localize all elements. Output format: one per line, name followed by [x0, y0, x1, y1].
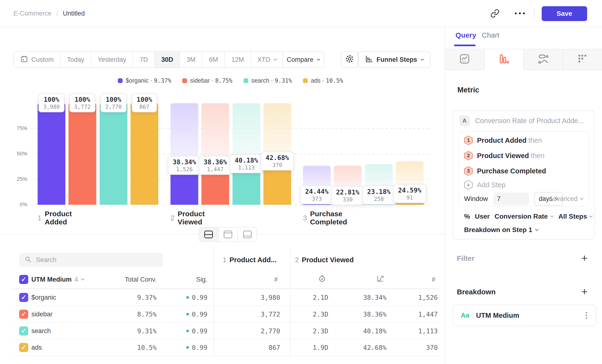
row-checkbox[interactable]: ✓: [19, 343, 28, 352]
select-all-checkbox[interactable]: ✓: [19, 275, 28, 284]
table-row-search[interactable]: ✓search9.31%2,7702.3D40.18%1,1130.99: [13, 322, 439, 339]
tab-flow-chart[interactable]: [524, 49, 563, 70]
row-time-to-convert: 1.9D: [313, 344, 328, 351]
row-total-conv: 9.31%: [137, 327, 157, 335]
count-column-icon[interactable]: #: [274, 276, 278, 283]
count-column-icon[interactable]: #: [432, 276, 435, 283]
sig-header[interactable]: Sig.: [196, 276, 207, 283]
table-row-ads[interactable]: ✓ads10.5%8671.9D42.68%3700.99: [13, 339, 439, 356]
row-step1-count: 867: [269, 344, 280, 351]
group-step-number: 2: [295, 256, 299, 264]
save-button[interactable]: Save: [542, 6, 587, 21]
layout-chart-only-button[interactable]: [218, 227, 237, 241]
layout-toggle-group: [199, 227, 257, 242]
row-checkbox[interactable]: ✓: [19, 326, 28, 335]
add-breakdown-button[interactable]: +: [581, 286, 588, 297]
tab-funnel-chart[interactable]: [484, 49, 523, 70]
breakdown-item-name: UTM Medium: [476, 311, 519, 320]
row-step2-count: 1,113: [418, 327, 438, 335]
advanced-toggle[interactable]: Advanced: [549, 192, 583, 205]
add-step-button[interactable]: + Add Step: [464, 180, 505, 190]
funnel-bar-search-step1[interactable]: [100, 103, 127, 205]
table-group-header-step1: 1 Product Add...: [223, 255, 277, 265]
step-suffix: then: [528, 137, 542, 144]
window-row: Window days: [464, 192, 563, 205]
active-tab-underline: [454, 44, 476, 46]
table-group-header-step2: 2 Product Viewed: [295, 255, 354, 265]
layout-table-only-button[interactable]: [237, 227, 257, 241]
bar-value-tooltip: 23.18%258: [362, 186, 395, 204]
add-filter-button[interactable]: +: [581, 253, 588, 263]
time-to-convert-icon[interactable]: [318, 275, 326, 284]
tab-query[interactable]: Query: [455, 31, 476, 39]
bar-value-tooltip: 100%2,770: [100, 93, 126, 112]
breakdown-column-name: UTM Medium: [31, 276, 72, 283]
row-checkbox[interactable]: ✓: [19, 293, 28, 302]
header-divider: [534, 8, 535, 19]
bar-value-tooltip: 100%867: [132, 93, 157, 112]
property-type-icon: Aa: [461, 311, 469, 319]
row-step2-count: 1,526: [418, 294, 438, 301]
hexagon-step-badge: 1: [464, 136, 473, 145]
y-axis-tick: 75%: [8, 125, 27, 131]
table-row-sidebar[interactable]: ✓sidebar8.75%3,7722.3D38.36%1,4470.99: [13, 306, 439, 322]
funnel-bar-organic-step1[interactable]: [38, 103, 65, 205]
measure-entity[interactable]: User: [475, 213, 490, 220]
step-label-3: 3Purchase Completed: [303, 210, 347, 226]
chevron-down-icon: [589, 215, 593, 218]
total-conv-header[interactable]: Total Conv.: [125, 276, 157, 283]
row-time-to-convert: 2.3D: [313, 327, 328, 335]
line-chart-icon: [459, 54, 470, 65]
search-input[interactable]: [35, 256, 151, 264]
tab-retention-chart[interactable]: [563, 49, 602, 70]
conversion-rate-icon[interactable]: %: [376, 275, 384, 284]
table-row-organic[interactable]: ✓$organic9.37%3,9802.1D38.34%1,5260.99: [13, 289, 439, 306]
layout-split-button[interactable]: [199, 227, 218, 241]
breakdown-on-dropdown[interactable]: Breakdown on Step 1: [464, 225, 538, 235]
tab-chart[interactable]: Chart: [482, 31, 499, 39]
tab-insights-chart[interactable]: [445, 49, 484, 70]
metric-label: Conversion Rate of Product Adde...: [475, 117, 584, 125]
share-link-button[interactable]: [490, 9, 500, 19]
panel-divider: [445, 27, 445, 364]
step-label-1: 1Product Added: [38, 210, 72, 226]
row-significance: 0.99: [186, 344, 207, 351]
funnel-bar-ads-step1[interactable]: [130, 103, 158, 205]
funnel-bar-sidebar-step1[interactable]: [68, 103, 96, 205]
step-name: Product Viewed: [477, 152, 529, 160]
measure-steps-dropdown[interactable]: All Steps: [559, 213, 593, 220]
kebab-menu-icon[interactable]: [586, 312, 587, 319]
sig-dot: [186, 313, 189, 316]
bar-value-tooltip: 100%3,980: [38, 93, 64, 112]
row-significance: 0.99: [186, 327, 207, 335]
window-value-input[interactable]: [493, 193, 529, 205]
table-header-row: ✓ UTM Medium 4 Total Conv. Sig. # % #: [13, 271, 439, 289]
row-step1-count: 2,770: [261, 327, 280, 335]
row-step2-count: 1,447: [418, 310, 438, 318]
breakdown-item-card[interactable]: Aa UTM Medium: [452, 305, 596, 326]
funnel-step-row-2[interactable]: 2 Product Viewed then: [464, 151, 545, 161]
funnel-step-row-3[interactable]: 3 Purchase Completed: [464, 166, 546, 176]
bar-value-tooltip: 24.59%91: [393, 184, 426, 203]
row-checkbox[interactable]: ✓: [19, 310, 28, 319]
measure-metric-dropdown[interactable]: Conversion Rate: [494, 213, 554, 220]
metric-badge: A: [459, 115, 470, 126]
breakdown-on-label: Breakdown on Step 1: [464, 226, 532, 234]
bar-value-tooltip: 38.36%1,447: [199, 156, 232, 175]
row-name: $organic: [31, 294, 56, 301]
sig-dot: [186, 296, 189, 299]
row-step2-conv: 38.34%: [363, 294, 387, 301]
funnel-chart-icon: [498, 54, 509, 65]
sig-dot: [186, 346, 189, 349]
dots-grid-icon: [577, 54, 588, 65]
row-step2-conv: 40.18%: [363, 327, 387, 335]
funnel-step-row-1[interactable]: 1 Product Added then: [464, 136, 542, 145]
more-options-button[interactable]: [515, 12, 525, 14]
row-total-conv: 8.75%: [137, 310, 157, 318]
metric-title-row[interactable]: A Conversion Rate of Product Adde...: [459, 115, 584, 126]
y-axis-tick: 50%: [8, 151, 27, 157]
breakdown-column-header[interactable]: UTM Medium 4: [31, 276, 84, 283]
hexagon-step-badge: 2: [464, 151, 473, 161]
measure-prefix[interactable]: %: [464, 213, 470, 220]
measure-metric-label: Conversion Rate: [494, 213, 548, 220]
